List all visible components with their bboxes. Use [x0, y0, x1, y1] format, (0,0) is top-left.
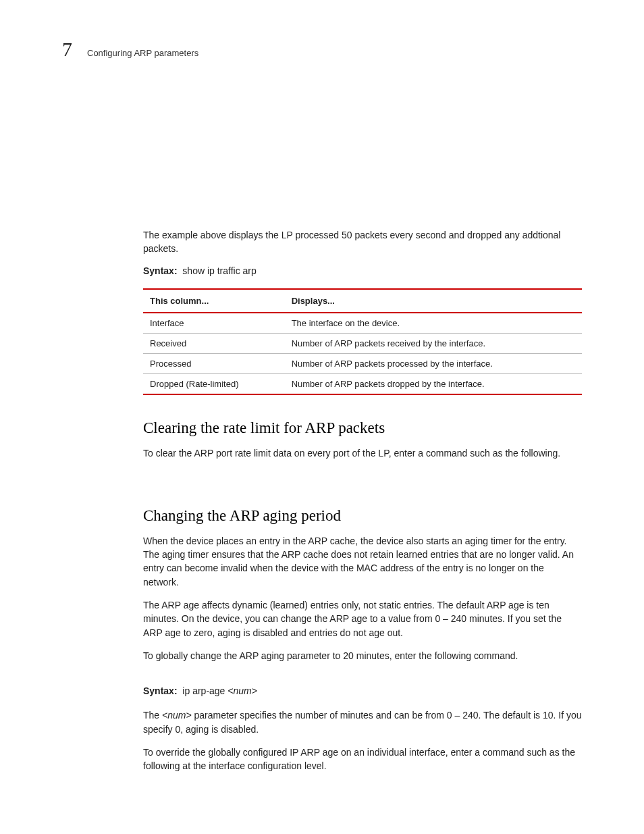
- table-cell: Interface: [143, 313, 285, 334]
- page: 7 Configuring ARP parameters The example…: [0, 0, 644, 834]
- intro-paragraph: The example above displays the LP proces…: [143, 228, 582, 256]
- table-cell: Number of ARP packets dropped by the int…: [285, 373, 582, 394]
- table-cell: Received: [143, 333, 285, 353]
- para4-post: parameter specifies the number of minute…: [143, 710, 582, 734]
- syntax-label: Syntax:: [143, 265, 178, 276]
- table-row: Interface The interface on the device.: [143, 313, 582, 334]
- table-header: This column...: [143, 289, 285, 313]
- table-cell: Dropped (Rate-limited): [143, 373, 285, 394]
- section2-para3: To globally change the ARP aging paramet…: [143, 649, 582, 662]
- table-cell: Number of ARP packets received by the in…: [285, 333, 582, 353]
- section2-para5: To override the globally configured IP A…: [143, 746, 582, 773]
- running-head: 7 Configuring ARP parameters: [62, 39, 582, 59]
- content-column: The example above displays the LP proces…: [62, 228, 582, 773]
- syntax-command: ip arp-age: [182, 685, 225, 696]
- syntax-line-2: Syntax: ip arp-age <num>: [143, 685, 582, 696]
- syntax-label: Syntax:: [143, 685, 178, 696]
- para4-pre: The: [143, 710, 162, 721]
- table-cell: The interface on the device.: [285, 313, 582, 334]
- section2-para1: When the device places an entry in the A…: [143, 534, 582, 589]
- table-row: Received Number of ARP packets received …: [143, 333, 582, 353]
- table-header: Displays...: [285, 289, 582, 313]
- section-heading-clearing: Clearing the rate limit for ARP packets: [143, 419, 582, 437]
- chapter-number: 7: [62, 39, 72, 59]
- section2-para4: The <num> parameter specifies the number…: [143, 708, 582, 736]
- table-row: Dropped (Rate-limited) Number of ARP pac…: [143, 373, 582, 394]
- syntax-arg: <num>: [227, 685, 257, 696]
- section2-para2: The ARP age affects dynamic (learned) en…: [143, 598, 582, 640]
- display-table: This column... Displays... Interface The…: [143, 288, 582, 395]
- section-heading-changing: Changing the ARP aging period: [143, 507, 582, 525]
- section1-paragraph: To clear the ARP port rate limit data on…: [143, 446, 582, 460]
- para4-arg: <num>: [162, 710, 192, 721]
- chapter-title: Configuring ARP parameters: [87, 48, 198, 58]
- table-row: Processed Number of ARP packets processe…: [143, 353, 582, 373]
- table-cell: Number of ARP packets processed by the i…: [285, 353, 582, 373]
- table-cell: Processed: [143, 353, 285, 373]
- table-header-row: This column... Displays...: [143, 289, 582, 313]
- syntax-command-text: show ip traffic arp: [182, 265, 256, 276]
- syntax-line-1: Syntax: show ip traffic arp: [143, 265, 582, 276]
